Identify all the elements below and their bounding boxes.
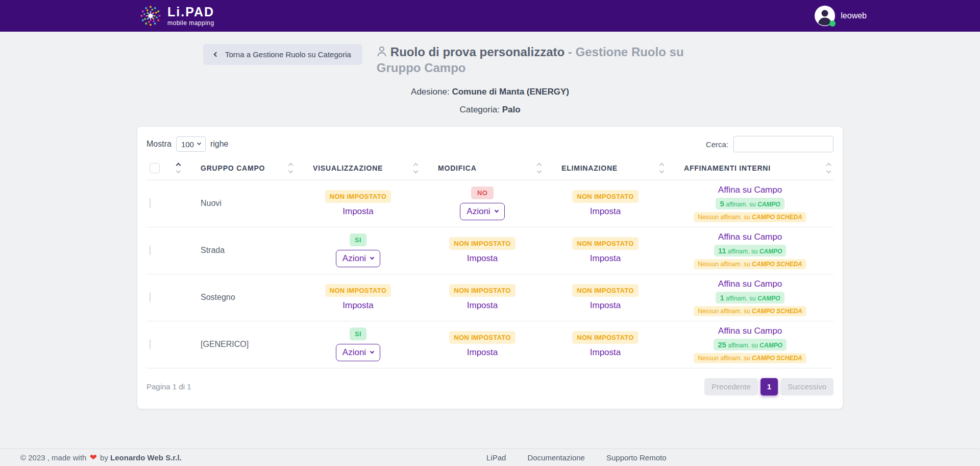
imposta-link[interactable]: Imposta (467, 347, 498, 358)
azioni-dropdown[interactable]: Azioni (460, 203, 504, 220)
imposta-link[interactable]: Imposta (590, 206, 621, 217)
azioni-dropdown[interactable]: Azioni (336, 250, 380, 267)
cell-eliminazione: NON IMPOSTATO Imposta (544, 321, 667, 368)
status-badge: SI (350, 328, 366, 340)
pagination-info: Pagina 1 di 1 (146, 382, 191, 391)
imposta-link[interactable]: Imposta (590, 253, 621, 264)
show-label: Mostra (146, 139, 172, 149)
chevron-down-icon (494, 208, 498, 213)
table-row: Sostegno NON IMPOSTATO Imposta NON IMPOS… (146, 274, 834, 321)
select-all-checkbox[interactable] (150, 163, 160, 173)
lipad-logo[interactable]: Li.PAD mobile mapping (139, 4, 214, 28)
cell-affinamenti: Affina su Campo 1 affinam. su CAMPO Ness… (667, 274, 834, 321)
sort-control[interactable] (289, 164, 296, 173)
sort-control[interactable] (827, 164, 834, 173)
permissions-table: GRUPPO CAMPO VISUALIZZAZIONE MODIFICA (146, 156, 834, 368)
row-checkbox[interactable] (150, 339, 151, 349)
row-checkbox[interactable] (150, 245, 151, 255)
cell-visualizzazione: SI Azioni (296, 227, 421, 274)
status-badge: NON IMPOSTATO (572, 190, 639, 203)
chevron-down-icon (197, 141, 201, 145)
imposta-link[interactable]: Imposta (342, 206, 373, 217)
company-name: Leonardo Web S.r.l. (110, 453, 182, 462)
gruppo-campo-name: Sostegno (183, 274, 296, 321)
logo-subtitle: mobile mapping (167, 19, 214, 27)
campo-scheda-badge: Nessun affinam. su CAMPO SCHEDA (694, 212, 806, 222)
table-row: Nuovi NON IMPOSTATO Imposta NO Azioni (146, 180, 834, 227)
affina-su-campo-link[interactable]: Affina su Campo (718, 326, 782, 336)
cell-modifica: NON IMPOSTATO Imposta (421, 274, 544, 321)
affina-su-campo-link[interactable]: Affina su Campo (718, 279, 782, 289)
current-page-button[interactable]: 1 (761, 378, 778, 395)
cell-affinamenti: Affina su Campo 5 affinam. su CAMPO Ness… (667, 180, 834, 227)
imposta-link[interactable]: Imposta (590, 347, 621, 358)
azioni-dropdown[interactable]: Azioni (336, 344, 380, 361)
sort-asc-icon (537, 163, 542, 168)
table-header-row: GRUPPO CAMPO VISUALIZZAZIONE MODIFICA (146, 156, 834, 180)
rows-per-page-select[interactable]: 100 (176, 136, 206, 152)
col-gruppo-campo[interactable]: GRUPPO CAMPO (183, 156, 296, 180)
status-badge: NON IMPOSTATO (325, 284, 391, 297)
imposta-link[interactable]: Imposta (342, 300, 373, 311)
footer-link-supporto-remoto[interactable]: Supporto Remoto (606, 453, 667, 462)
table-row: [GENERICO] SI Azioni NON IMPOSTATO (146, 321, 834, 368)
col-eliminazione[interactable]: ELIMINAZIONE (544, 156, 667, 180)
cell-eliminazione: NON IMPOSTATO Imposta (544, 180, 667, 227)
campo-scheda-badge: Nessun affinam. su CAMPO SCHEDA (694, 259, 806, 269)
status-badge: NON IMPOSTATO (449, 284, 516, 297)
col-modifica[interactable]: MODIFICA (421, 156, 544, 180)
status-badge: NON IMPOSTATO (449, 331, 516, 344)
table-row: Strada SI Azioni NON IMPOSTATO (146, 227, 834, 274)
status-badge: NON IMPOSTATO (572, 331, 639, 344)
footer-link-documentazione[interactable]: Documentazione (527, 453, 585, 462)
next-page-button[interactable]: Successivo (780, 378, 834, 395)
table-card: Mostra 100 righe Cerca: (137, 127, 843, 409)
cell-eliminazione: NON IMPOSTATO Imposta (544, 227, 667, 274)
role-name: Ruolo di prova personalizzato (390, 45, 565, 59)
gruppo-campo-name: Nuovi (183, 180, 296, 227)
cell-modifica: NON IMPOSTATO Imposta (421, 227, 544, 274)
affina-su-campo-link[interactable]: Affina su Campo (718, 232, 782, 242)
imposta-link[interactable]: Imposta (590, 300, 621, 311)
campo-scheda-badge: Nessun affinam. su CAMPO SCHEDA (694, 306, 806, 316)
chevron-left-icon (214, 52, 219, 57)
adesione-line: Adesione: Comune di Manta (ENERGY) (0, 87, 980, 97)
adesione-label: Adesione: (411, 87, 450, 97)
sort-control[interactable] (537, 164, 544, 173)
sort-desc-icon (537, 169, 542, 174)
azioni-label: Azioni (342, 253, 366, 264)
footer-links: LiPad Documentazione Supporto Remoto (486, 453, 667, 462)
gruppo-campo-name: [GENERICO] (183, 321, 296, 368)
cell-visualizzazione: NON IMPOSTATO Imposta (296, 180, 421, 227)
chevron-down-icon (370, 350, 374, 354)
imposta-link[interactable]: Imposta (467, 253, 498, 264)
col-affinamenti-interni[interactable]: AFFINAMENTI INTERNI (667, 156, 834, 180)
back-button[interactable]: Torna a Gestione Ruolo su Categoria (203, 44, 362, 65)
status-badge: NO (471, 187, 494, 199)
status-badge: SI (350, 234, 366, 246)
campo-count-badge: 25 affinam. su CAMPO (714, 339, 787, 351)
user-menu[interactable]: leoweb (815, 6, 867, 26)
sort-asc-icon (288, 163, 293, 168)
cell-visualizzazione: NON IMPOSTATO Imposta (296, 274, 421, 321)
categoria-line: Categoria: Palo (0, 105, 980, 115)
adesione-value: Comune di Manta (ENERGY) (452, 87, 569, 97)
sort-asc-icon (176, 163, 181, 168)
sort-control[interactable] (660, 164, 667, 173)
affina-su-campo-link[interactable]: Affina su Campo (718, 185, 782, 195)
col-visualizzazione[interactable]: VISUALIZZAZIONE (296, 156, 421, 180)
footer-link-lipad[interactable]: LiPad (486, 453, 506, 462)
categoria-value: Palo (502, 105, 521, 114)
cell-modifica: NO Azioni (421, 180, 544, 227)
sort-control-select[interactable] (177, 164, 183, 173)
status-badge: NON IMPOSTATO (572, 284, 639, 297)
imposta-link[interactable]: Imposta (467, 300, 498, 311)
previous-page-button[interactable]: Precedente (704, 378, 758, 395)
copyright-text: © 2023 , made with ❤ by Leonardo Web S.r… (20, 452, 182, 463)
sort-control[interactable] (414, 164, 421, 173)
gruppo-campo-name: Strada (183, 227, 296, 274)
row-checkbox[interactable] (150, 198, 151, 208)
row-checkbox[interactable] (150, 292, 151, 302)
search-input[interactable] (733, 136, 834, 152)
cell-eliminazione: NON IMPOSTATO Imposta (544, 274, 667, 321)
